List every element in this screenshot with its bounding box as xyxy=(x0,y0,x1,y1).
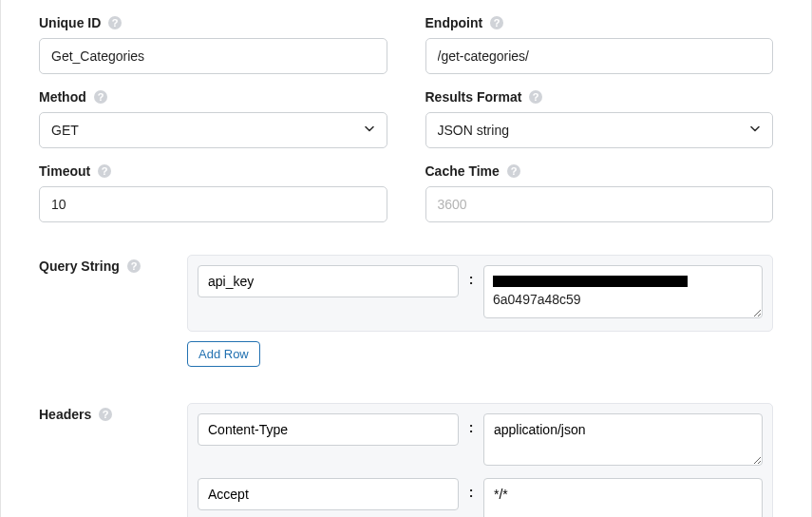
header-key-input[interactable] xyxy=(198,413,459,446)
help-icon[interactable]: ? xyxy=(97,163,112,179)
svg-text:?: ? xyxy=(130,260,137,272)
kv-separator: : xyxy=(468,265,474,287)
unique-id-label: Unique ID xyxy=(39,15,101,30)
svg-text:?: ? xyxy=(102,165,108,177)
help-icon[interactable]: ? xyxy=(107,15,123,30)
help-icon[interactable]: ? xyxy=(506,163,521,179)
results-format-select[interactable]: JSON string xyxy=(425,112,774,148)
svg-text:?: ? xyxy=(97,91,104,103)
help-icon[interactable]: ? xyxy=(528,89,543,105)
results-format-label: Results Format xyxy=(425,89,522,105)
headers-label: Headers xyxy=(39,407,91,422)
headers-panel: : application/json : */* xyxy=(187,403,773,517)
query-string-label: Query String xyxy=(39,258,120,274)
help-icon[interactable]: ? xyxy=(98,407,113,422)
header-key-input[interactable] xyxy=(198,478,459,510)
cache-time-label: Cache Time xyxy=(425,163,500,179)
header-row: : */* xyxy=(198,478,763,517)
query-key-input[interactable] xyxy=(198,265,459,297)
help-icon[interactable]: ? xyxy=(489,15,504,30)
help-icon[interactable]: ? xyxy=(93,89,108,105)
svg-text:?: ? xyxy=(103,409,109,420)
kv-separator: : xyxy=(468,478,474,500)
header-row: : application/json xyxy=(198,413,763,469)
query-string-panel: : <!-- filled below --> 6a0497a48c59 xyxy=(187,255,773,332)
kv-separator: : xyxy=(468,413,474,435)
add-row-button[interactable]: Add Row xyxy=(187,341,260,367)
query-value-input[interactable]: <!-- filled below --> xyxy=(483,265,763,318)
endpoint-label: Endpoint xyxy=(425,15,483,30)
svg-text:?: ? xyxy=(533,91,539,103)
method-select[interactable]: GET xyxy=(39,112,387,148)
header-value-input[interactable]: application/json xyxy=(483,413,763,466)
svg-text:?: ? xyxy=(112,17,119,29)
header-value-input[interactable]: */* xyxy=(483,478,763,517)
help-icon[interactable]: ? xyxy=(126,258,142,274)
timeout-label: Timeout xyxy=(39,163,90,179)
svg-text:?: ? xyxy=(494,17,500,29)
unique-id-input[interactable] xyxy=(39,38,387,74)
endpoint-input[interactable] xyxy=(425,38,774,74)
timeout-input[interactable] xyxy=(39,186,387,222)
query-string-row: : <!-- filled below --> 6a0497a48c59 xyxy=(198,265,763,321)
method-label: Method xyxy=(39,89,86,105)
svg-text:?: ? xyxy=(510,165,517,177)
cache-time-input[interactable] xyxy=(425,186,774,222)
